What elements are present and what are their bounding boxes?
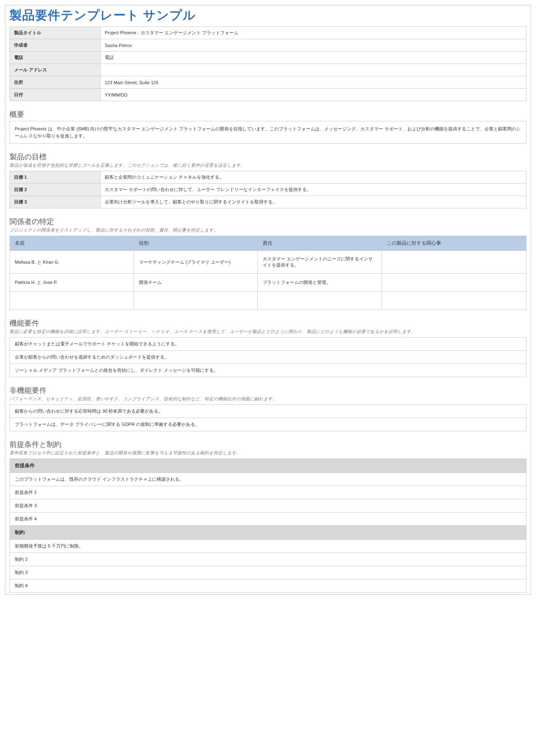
functional-heading: 機能要件 [9, 318, 527, 328]
cell-name: Patricia H. と Jose P. [10, 274, 134, 292]
functional-item: 顧客がチャットまたは電子メールでサポート チケットを開始できるようにする。 [10, 338, 527, 351]
meta-value: YY/MM/DD [101, 89, 527, 101]
meta-value: Project Phoenix - カスタマー エンゲージメント プラットフォー… [101, 27, 527, 39]
goal-label: 目標 2 [10, 184, 101, 196]
goal-text: 顧客と企業間のコミュニケーション チャネルを強化する。 [101, 171, 527, 184]
cell-role: マーケティングチーム (プライマリ ユーザー) [134, 251, 258, 274]
meta-value [101, 64, 527, 76]
cell-responsibility: プラットフォームの開発と管理。 [258, 274, 382, 292]
assumptions-heading: 前提条件と制約 [9, 439, 527, 449]
metadata-table: 製品タイトル Project Phoenix - カスタマー エンゲージメント … [9, 26, 527, 101]
cell-role [134, 292, 258, 310]
cell-name [10, 292, 134, 310]
stakeholder-row [10, 292, 527, 310]
stakeholders-header-row: 名前 役割 責任 この製品に対する関心事 [10, 236, 527, 251]
nonfunctional-note: パフォーマンス、セキュリティ、拡張性、使いやすさ、コンプライアンス、技術的な制約… [9, 396, 527, 402]
overview-heading: 概要 [9, 109, 527, 119]
goals-note: 製品が達成を目指す包括的な目標とゴールを定義します。このセクションでは、後に続く… [9, 163, 527, 168]
nonfunctional-item: プラットフォームは、データ プライバシーに関する GDPR の規制に準拠する必要… [10, 418, 527, 431]
goals-table: 目標 1 顧客と企業間のコミュニケーション チャネルを強化する。 目標 2 カス… [9, 171, 527, 208]
meta-value: Sasha Petrov [101, 39, 527, 52]
meta-value: 123 Main Street, Suite 125 [101, 76, 527, 89]
meta-label: 製品タイトル [10, 27, 101, 39]
cell-role: 開発チーム [134, 274, 258, 292]
goal-row: 目標 1 顧客と企業間のコミュニケーション チャネルを強化する。 [10, 171, 527, 184]
cell-interest [382, 274, 527, 292]
constraint-item: 制約 2 [10, 553, 527, 566]
page-title: 製品要件テンプレート サンプル [9, 7, 527, 24]
meta-row-phone: 電話 電話 [10, 52, 527, 64]
constraint-subheader: 制約 [10, 526, 527, 540]
meta-row-author: 作成者 Sasha Petrov [10, 39, 527, 52]
cell-interest [382, 251, 527, 274]
stakeholders-table: 名前 役割 責任 この製品に対する関心事 Melissa B. と Kiran … [9, 236, 527, 310]
constraint-item: 制約 3 [10, 566, 527, 579]
goal-row: 目標 2 カスタマー サポートの問い合わせに対して、ユーザー フレンドリーなイン… [10, 184, 527, 196]
meta-value: 電話 [101, 52, 527, 64]
functional-table: 顧客がチャットまたは電子メールでサポート チケットを開始できるようにする。 企業… [9, 337, 527, 377]
assumption-item: 前提条件 3 [10, 499, 527, 513]
meta-row-address: 住所 123 Main Street, Suite 125 [10, 76, 527, 89]
document-sheet: 製品要件テンプレート サンプル 製品タイトル Project Phoenix -… [5, 5, 531, 595]
meta-label: 住所 [10, 76, 101, 89]
stakeholders-note: プロジェクトの関係者をリストアップし、製品に対するそれぞれの役割、責任、関心事を… [9, 227, 527, 233]
assumption-item: 前提条件 4 [10, 513, 527, 526]
stakeholder-row: Melissa B. と Kiran G. マーケティングチーム (プライマリ … [10, 251, 527, 274]
assumptions-note: 要件収集プロセス中に設定された前提条件と、製品の開発や展開に影響を与える可能性の… [9, 450, 527, 456]
meta-row-date: 日付 YY/MM/DD [10, 89, 527, 101]
goal-row: 目標 3 企業向け分析ツールを導入して、顧客とのやり取りに関するインサイトを取得… [10, 196, 527, 208]
meta-row-product-title: 製品タイトル Project Phoenix - カスタマー エンゲージメント … [10, 27, 527, 39]
functional-note: 製品に必要な特定の機能を詳細に説明します。ユーザー ストーリー、シナリオ、ユース… [9, 329, 527, 335]
overview-body: Project Phoenix は、中小企業 (SMB) 向けの堅牢なカスタマー… [9, 121, 527, 144]
cell-interest [382, 292, 527, 310]
goal-text: カスタマー サポートの問い合わせに対して、ユーザー フレンドリーなインターフェイ… [101, 184, 527, 196]
assumption-subheader: 前提条件 [10, 459, 527, 473]
col-role: 役割 [134, 236, 258, 251]
assumptions-table: 前提条件 このプラットフォームは、既存のクラウド インフラストラクチャ上に構築さ… [9, 458, 527, 593]
col-name: 名前 [10, 236, 134, 251]
col-responsibility: 責任 [258, 236, 382, 251]
cell-name: Melissa B. と Kiran G. [10, 251, 134, 274]
col-interest: この製品に対する関心事 [382, 236, 527, 251]
meta-label: 電話 [10, 52, 101, 64]
assumption-item: 前提条件 2 [10, 486, 527, 499]
functional-item: ソーシャル メディア プラットフォームとの統合を有効にし、ダイレクト メッセージ… [10, 364, 527, 377]
meta-label: メール アドレス [10, 64, 101, 76]
goal-label: 目標 1 [10, 171, 101, 184]
nonfunctional-item: 顧客からの問い合わせに対する応答時間は 30 秒未満である必要がある。 [10, 405, 527, 418]
constraint-item: 初期開発予算は 5 千万円に制限。 [10, 540, 527, 553]
nonfunctional-table: 顧客からの問い合わせに対する応答時間は 30 秒未満である必要がある。 プラット… [9, 404, 527, 431]
assumption-item: このプラットフォームは、既存のクラウド インフラストラクチャ上に構築される。 [10, 473, 527, 486]
nonfunctional-heading: 非機能要件 [9, 385, 527, 395]
cell-responsibility: カスタマー エンゲージメントのニーズに関するインサイトを提供する。 [258, 251, 382, 274]
goal-text: 企業向け分析ツールを導入して、顧客とのやり取りに関するインサイトを取得する。 [101, 196, 527, 208]
functional-item: 企業が顧客からの問い合わせを追跡するためのダッシュボードを提供する。 [10, 351, 527, 364]
cell-responsibility [258, 292, 382, 310]
meta-row-email: メール アドレス [10, 64, 527, 76]
goals-heading: 製品の目標 [9, 152, 527, 162]
stakeholder-row: Patricia H. と Jose P. 開発チーム プラットフォームの開発と… [10, 274, 527, 292]
stakeholders-heading: 関係者の特定 [9, 217, 527, 227]
constraint-item: 制約 4 [10, 579, 527, 593]
meta-label: 日付 [10, 89, 101, 101]
meta-label: 作成者 [10, 39, 101, 52]
goal-label: 目標 3 [10, 196, 101, 208]
